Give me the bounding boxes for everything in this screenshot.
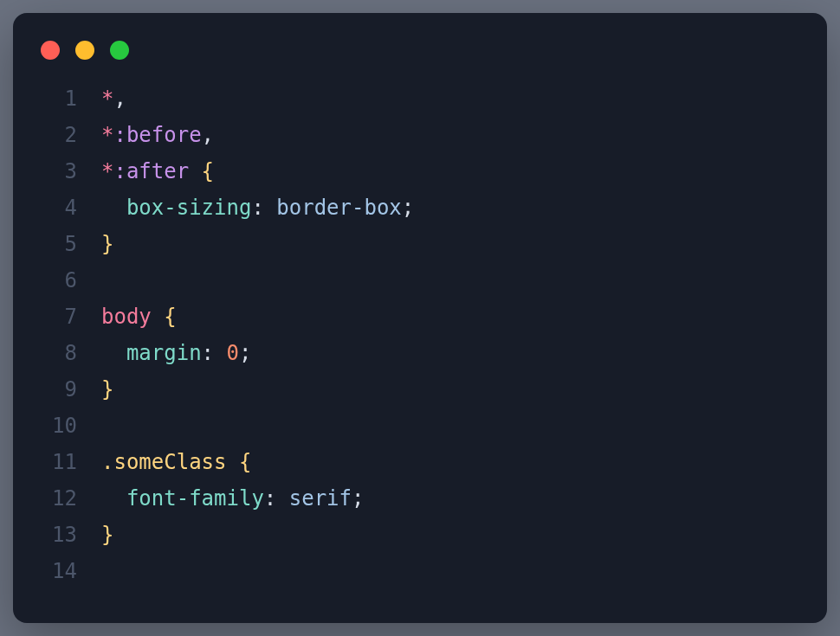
- line-number: 8: [37, 335, 77, 371]
- code-line[interactable]: 8 margin: 0;: [37, 335, 803, 371]
- code-token: ;: [402, 196, 414, 220]
- code-token: :: [264, 486, 289, 511]
- code-token: [189, 159, 201, 183]
- code-token: body: [101, 305, 152, 329]
- line-number: 11: [37, 444, 77, 480]
- code-token: {: [202, 159, 214, 183]
- code-line[interactable]: 13}: [37, 517, 803, 553]
- code-token: {: [239, 450, 251, 474]
- window-titlebar: [37, 34, 803, 80]
- line-content: *:after {: [77, 153, 214, 190]
- close-icon[interactable]: [41, 41, 60, 60]
- line-content: .someClass {: [77, 444, 251, 480]
- code-line[interactable]: 4 box-sizing: border-box;: [37, 190, 803, 226]
- code-token: ;: [352, 486, 364, 511]
- line-content: }: [77, 371, 113, 408]
- line-number: 6: [37, 262, 77, 299]
- code-token: :: [251, 196, 276, 220]
- code-token: {: [164, 305, 176, 329]
- code-token: [101, 486, 126, 511]
- code-line[interactable]: 11.someClass {: [37, 444, 803, 480]
- code-token: [152, 305, 164, 329]
- code-line[interactable]: 1*,: [37, 80, 803, 117]
- code-line[interactable]: 2*:before,: [37, 117, 803, 153]
- code-token: }: [101, 523, 113, 547]
- line-content: body {: [77, 299, 177, 335]
- line-content: *:before,: [77, 117, 214, 153]
- code-token: font-family: [126, 486, 264, 511]
- line-number: 13: [37, 517, 77, 553]
- code-token: ;: [239, 341, 251, 365]
- code-token: [101, 341, 126, 365]
- code-token: border-box: [276, 196, 402, 220]
- code-token: [227, 450, 239, 474]
- code-token: *: [101, 123, 113, 147]
- line-number: 3: [37, 153, 77, 190]
- line-number: 7: [37, 299, 77, 335]
- code-token: :: [202, 341, 227, 365]
- code-token: ,: [113, 87, 126, 111]
- code-line[interactable]: 14: [37, 553, 803, 589]
- code-token: }: [101, 377, 113, 402]
- line-content: margin: 0;: [77, 335, 251, 371]
- line-number: 1: [37, 80, 77, 117]
- code-line[interactable]: 10: [37, 408, 803, 444]
- line-content: font-family: serif;: [77, 480, 364, 517]
- line-number: 14: [37, 553, 77, 589]
- code-token: *: [101, 159, 113, 183]
- editor-window: 1*,2*:before,3*:after {4 box-sizing: bor…: [13, 13, 827, 623]
- code-token: serif: [289, 486, 352, 511]
- line-number: 10: [37, 408, 77, 444]
- code-line[interactable]: 5}: [37, 226, 803, 262]
- line-content: }: [77, 226, 113, 262]
- line-number: 12: [37, 480, 77, 517]
- line-content: [77, 553, 101, 589]
- code-line[interactable]: 6: [37, 262, 803, 299]
- code-token: box-sizing: [126, 196, 252, 220]
- line-number: 5: [37, 226, 77, 262]
- code-token: 0: [227, 341, 239, 365]
- code-line[interactable]: 7body {: [37, 299, 803, 335]
- line-number: 4: [37, 190, 77, 226]
- code-token: :before: [113, 123, 201, 147]
- code-token: *: [101, 87, 113, 111]
- code-token: margin: [126, 341, 202, 365]
- code-token: }: [101, 232, 113, 256]
- line-content: [77, 262, 101, 299]
- code-line[interactable]: 12 font-family: serif;: [37, 480, 803, 517]
- code-token: :after: [113, 159, 189, 183]
- line-content: [77, 408, 101, 444]
- code-editor[interactable]: 1*,2*:before,3*:after {4 box-sizing: bor…: [37, 80, 803, 589]
- code-token: ,: [202, 123, 214, 147]
- line-number: 9: [37, 371, 77, 408]
- line-content: *,: [77, 80, 126, 117]
- code-token: [101, 196, 126, 220]
- line-content: box-sizing: border-box;: [77, 190, 414, 226]
- minimize-icon[interactable]: [75, 41, 94, 60]
- maximize-icon[interactable]: [110, 41, 129, 60]
- code-line[interactable]: 9}: [37, 371, 803, 408]
- code-token: .someClass: [101, 450, 227, 474]
- code-line[interactable]: 3*:after {: [37, 153, 803, 190]
- line-number: 2: [37, 117, 77, 153]
- line-content: }: [77, 517, 113, 553]
